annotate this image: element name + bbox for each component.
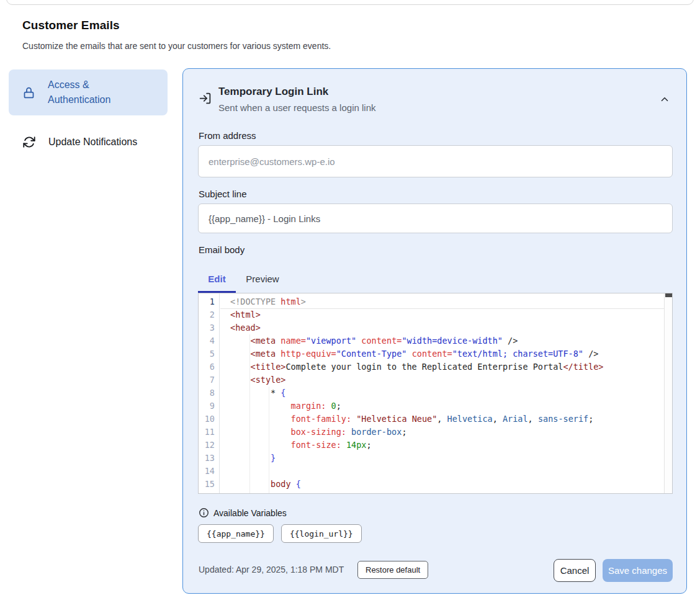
code-token <box>230 362 251 372</box>
code-token: 14px <box>346 440 367 450</box>
panel-title: Temporary Login Link <box>218 86 328 98</box>
code-token: "viewport" <box>306 336 356 346</box>
code-token <box>230 414 291 424</box>
editor-scrollbar[interactable] <box>664 293 672 493</box>
page-title: Customer Emails <box>22 19 120 32</box>
code-line[interactable]: <html> <box>230 308 664 321</box>
page-subtitle: Customize the emails that are sent to yo… <box>22 41 331 51</box>
code-token <box>341 440 346 450</box>
subject-line-input[interactable] <box>198 203 673 233</box>
restore-default-button[interactable]: Restore default <box>357 561 428 579</box>
line-number: 4 <box>199 334 219 347</box>
line-number: 1 <box>199 295 219 308</box>
code-line[interactable]: <style> <box>230 373 664 387</box>
code-token: <meta <box>251 336 281 346</box>
scrollbar-thumb[interactable] <box>665 293 672 297</box>
tab-preview[interactable]: Preview <box>236 266 289 291</box>
cancel-button[interactable]: Cancel <box>554 559 596 582</box>
editor-gutter: 12345678910111213141516 <box>199 293 220 493</box>
code-editor[interactable]: 12345678910111213141516 <!DOCTYPE html><… <box>198 293 673 494</box>
line-number: 10 <box>199 413 219 426</box>
code-token: Helvetica <box>447 414 493 424</box>
available-variables-label: Available Variables <box>213 508 287 518</box>
code-token: 0 <box>331 401 336 411</box>
code-token: , <box>528 414 538 424</box>
code-line[interactable]: background-color: #f8f8f8; <box>230 491 664 494</box>
code-token: "Content-Type" <box>336 349 407 359</box>
info-icon <box>199 507 209 518</box>
code-token: ; <box>336 401 341 411</box>
code-token <box>346 427 351 437</box>
line-number: 2 <box>199 308 219 321</box>
code-token: margin: <box>291 401 326 411</box>
from-address-input[interactable] <box>198 145 673 177</box>
code-token <box>230 375 251 385</box>
code-line[interactable]: font-family: "Helvetica Neue", Helvetica… <box>230 413 664 426</box>
code-token <box>351 414 356 424</box>
code-line[interactable]: <title>Complete your login to the Replic… <box>230 360 664 373</box>
chevron-up-icon <box>659 97 670 107</box>
line-number: 15 <box>199 478 219 491</box>
code-line[interactable]: font-size: 14px; <box>230 439 664 452</box>
code-token: content= <box>361 336 402 346</box>
code-line[interactable]: } <box>230 452 664 465</box>
code-token: } <box>271 453 276 463</box>
code-token: <style> <box>251 375 286 385</box>
code-token: <meta <box>251 349 281 359</box>
code-token: box-sizing: <box>291 427 346 437</box>
code-token: ; <box>417 492 422 494</box>
code-token: <html> <box>230 310 261 320</box>
code-token <box>230 453 271 463</box>
code-token: ; <box>402 427 406 437</box>
code-token: content= <box>412 349 452 359</box>
code-token: , <box>437 414 447 424</box>
line-number: 13 <box>199 452 219 465</box>
line-number: 16 <box>199 491 219 494</box>
editor-code-area[interactable]: <!DOCTYPE html><html><head> <meta name="… <box>230 295 664 494</box>
code-token: , <box>493 414 503 424</box>
lock-icon <box>22 86 35 100</box>
code-line[interactable]: body { <box>230 478 664 491</box>
sidebar-item-access-authentication[interactable]: Access & Authentication <box>9 69 168 115</box>
variable-chip-app-name[interactable]: {{app_name}} <box>198 524 274 543</box>
line-number: 3 <box>199 321 219 334</box>
code-token: name= <box>280 336 306 346</box>
line-number: 9 <box>199 400 219 413</box>
code-token: Arial <box>503 414 528 424</box>
line-number: 14 <box>199 465 219 478</box>
code-line[interactable]: <meta http-equiv="Content-Type" content=… <box>230 347 664 360</box>
code-line[interactable]: * { <box>230 387 664 400</box>
code-token: font-family: <box>291 414 352 424</box>
email-body-label: Email body <box>199 244 245 255</box>
code-token <box>230 492 291 494</box>
code-token <box>377 492 382 494</box>
code-token: /> <box>503 336 518 346</box>
code-line[interactable]: <head> <box>230 321 664 334</box>
variable-chip-login-url[interactable]: {{login_url}} <box>281 524 362 543</box>
code-token: /> <box>583 349 598 359</box>
sidebar-item-label: Access & Authentication <box>48 78 128 107</box>
code-line[interactable]: <meta name="viewport" content="width=dev… <box>230 334 664 347</box>
code-line[interactable]: <!DOCTYPE html> <box>230 295 664 308</box>
code-token <box>230 479 271 489</box>
code-token: font-size: <box>291 440 341 450</box>
code-token: border-box <box>351 427 402 437</box>
code-token: * <box>230 388 280 398</box>
collapse-section-button[interactable] <box>657 92 672 107</box>
refresh-icon <box>22 135 36 149</box>
variable-chips: {{app_name}} {{login_url}} <box>198 524 362 543</box>
save-changes-button[interactable]: Save changes <box>603 559 673 582</box>
code-token: background-color: <box>291 492 377 494</box>
code-token: <title> <box>251 362 286 372</box>
code-line[interactable]: box-sizing: border-box; <box>230 426 664 439</box>
available-variables-header: Available Variables <box>199 507 287 518</box>
code-line[interactable]: margin: 0; <box>230 400 664 413</box>
code-token: "width=device-width" <box>402 336 503 346</box>
sidebar-item-label: Update Notifications <box>48 136 137 148</box>
sidebar-item-update-notifications[interactable]: Update Notifications <box>9 128 168 156</box>
code-token <box>407 349 412 359</box>
code-line[interactable] <box>230 465 664 478</box>
code-token <box>230 349 251 359</box>
line-number: 6 <box>199 360 219 373</box>
tab-edit[interactable]: Edit <box>198 266 236 291</box>
